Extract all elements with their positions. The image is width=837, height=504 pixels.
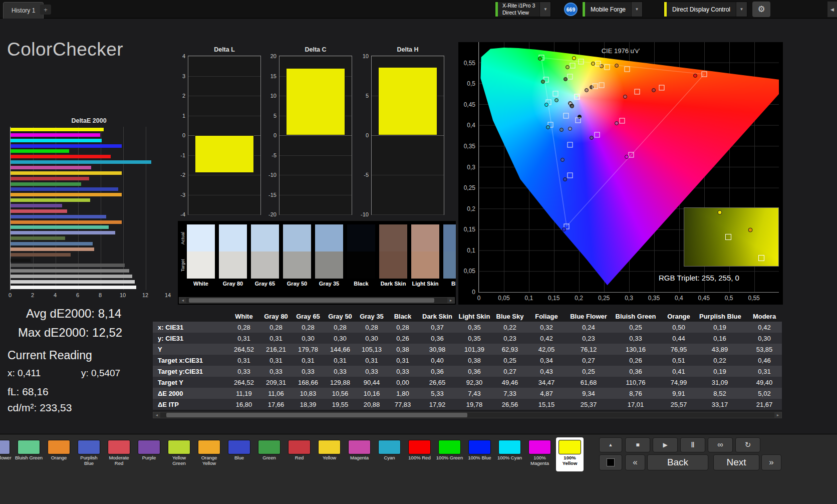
patch-button-100-blue[interactable]: 100% Blue — [466, 437, 493, 471]
cie-measured-point — [652, 88, 656, 92]
table-cell: 0,23 — [566, 333, 612, 344]
cie-measured-point — [563, 177, 567, 181]
cie-x-tick-label: 0,15 — [548, 295, 560, 302]
table-cell: 264,52 — [228, 377, 260, 388]
continuous-read-button[interactable]: ∞ — [708, 437, 733, 452]
cie-target-square — [574, 94, 580, 99]
cie-target-square — [552, 91, 558, 97]
table-cell: 0,34 — [527, 355, 566, 366]
current-y: y: 0,5407 — [81, 368, 120, 379]
scroll-track[interactable] — [186, 298, 447, 303]
blank-pattern-button[interactable] — [599, 454, 622, 470]
meter-dropdown[interactable]: X-Rite i1Pro 3 Direct View ▼ — [495, 2, 551, 17]
collapse-panel-button[interactable]: ◀ — [827, 2, 837, 17]
scroll-thumb[interactable] — [166, 413, 467, 417]
patch-button-cyan[interactable]: Cyan — [376, 437, 403, 471]
next-chevron-button[interactable]: » — [761, 454, 781, 470]
chevron-down-icon[interactable]: ▼ — [736, 2, 747, 17]
table-cell: 144,66 — [324, 344, 356, 355]
next-button[interactable]: Next — [713, 454, 759, 470]
scroll-right-icon[interactable]: ► — [774, 412, 781, 418]
scroll-right-icon[interactable]: ► — [447, 298, 454, 303]
scroll-track[interactable] — [160, 412, 774, 418]
back-chevron-button[interactable]: « — [625, 454, 645, 470]
scroll-left-icon[interactable]: ◄ — [153, 412, 160, 418]
loop-button[interactable]: ↻ — [735, 437, 760, 452]
patch-strip: Blue FlowerBluish GreenOrangePurplish Bl… — [0, 437, 584, 471]
cie-target-square — [595, 61, 601, 67]
patch-button-moderate-red[interactable]: Moderate Red — [105, 437, 133, 471]
patch-button-magenta[interactable]: Magenta — [346, 437, 373, 471]
cie-x-tick-label: 0,4 — [675, 295, 683, 302]
table-cell: 209,31 — [260, 377, 292, 388]
actual-swatch — [283, 224, 311, 251]
pause-button[interactable]: ‖ — [680, 437, 705, 452]
table-cell: 0,31 — [387, 355, 418, 366]
patch-button-100-green[interactable]: 100% Green — [436, 437, 463, 471]
scroll-thumb[interactable] — [189, 298, 434, 303]
table-corner-cell — [153, 311, 228, 322]
table-cell: 26,65 — [418, 377, 456, 388]
patch-label: Yellow Green — [165, 455, 193, 466]
patch-button-orange[interactable]: Orange — [45, 437, 73, 471]
play-button[interactable]: ▶ — [653, 437, 678, 452]
table-col-header: White — [228, 311, 260, 322]
table-cell: 30,98 — [418, 344, 456, 355]
table-row: ΔE ITP16,8017,6618,3919,5520,8877,8317,9… — [153, 399, 782, 410]
chevron-down-icon[interactable]: ▼ — [631, 2, 642, 17]
table-cell: 0,37 — [418, 322, 456, 333]
table-row-header: Target Y — [153, 377, 228, 388]
axis-tick-label: 5 — [366, 93, 369, 99]
add-tab-button[interactable]: + — [40, 5, 51, 15]
cie-x-tick-label: 0,1 — [524, 295, 533, 302]
cie-target-square — [629, 152, 634, 157]
target-swatch — [411, 251, 439, 279]
patch-button-100-red[interactable]: 100% Red — [406, 437, 433, 471]
patch-button-blue-flower[interactable]: Blue Flower — [0, 437, 13, 471]
patch-button-100-magenta[interactable]: 100% Magenta — [526, 437, 553, 471]
patch-button-100-yellow[interactable]: 100% Yellow — [556, 437, 584, 471]
patch-button-yellow[interactable]: Yellow — [316, 437, 343, 471]
patch-button-red[interactable]: Red — [286, 437, 313, 471]
table-cell: 0,30 — [292, 333, 324, 344]
table-cell: 0,28 — [387, 322, 418, 333]
settings-button[interactable]: ⚙ — [752, 2, 770, 17]
actual-swatch — [315, 224, 343, 251]
axis-tick-label: 3 — [182, 73, 185, 79]
inset-target-square — [758, 255, 764, 261]
patch-button-yellow-green[interactable]: Yellow Green — [165, 437, 193, 471]
table-cell: 0,26 — [612, 355, 660, 366]
patch-button-purple[interactable]: Purple — [135, 437, 163, 471]
swatch-label: Gray 65 — [251, 281, 279, 287]
patch-button-purplish-blue[interactable]: Purplish Blue — [75, 437, 103, 471]
patch-button-bluish-green[interactable]: Bluish Green — [15, 437, 43, 471]
axis-tick-label: 0 — [366, 132, 369, 138]
table-cell: 0,25 — [492, 355, 527, 366]
patch-button-blue[interactable]: Blue — [225, 437, 253, 471]
table-cell: 0,22 — [698, 355, 742, 366]
scroll-up-button[interactable]: ▲ — [599, 437, 622, 452]
scroll-left-icon[interactable]: ◄ — [179, 298, 186, 303]
table-row-header: Target y:CIE31 — [153, 366, 228, 377]
patch-button-100-cyan[interactable]: 100% Cyan — [496, 437, 523, 471]
stop-button[interactable]: ■ — [625, 437, 650, 452]
cie-target-square — [567, 142, 573, 148]
swatch-scrollbar[interactable]: ◄ ► — [179, 297, 455, 304]
display-control-dropdown[interactable]: Direct Display Control ▼ — [664, 2, 747, 17]
table-scrollbar[interactable]: ◄ ► — [153, 412, 782, 418]
table-col-header: Gray 80 — [260, 311, 292, 322]
chevron-down-icon[interactable]: ▼ — [539, 2, 550, 17]
cie-measured-point — [615, 64, 619, 68]
de-bar-red — [11, 177, 89, 180]
patch-button-green[interactable]: Green — [255, 437, 283, 471]
current-reading-heading: Current Reading — [8, 349, 92, 362]
tab-history-1[interactable]: History 1 — [3, 2, 44, 19]
cie-target-square — [575, 118, 581, 123]
table-cell: 0,50 — [660, 322, 698, 333]
patch-button-orange-yellow[interactable]: Orange Yellow — [195, 437, 223, 471]
back-button[interactable]: Back — [647, 454, 708, 470]
table-col-header: Modera — [742, 311, 782, 322]
inset-measured-point — [748, 228, 752, 232]
table-cell: 16,80 — [228, 399, 260, 410]
pattern-source-dropdown[interactable]: Mobile Forge ▼ — [582, 2, 643, 17]
